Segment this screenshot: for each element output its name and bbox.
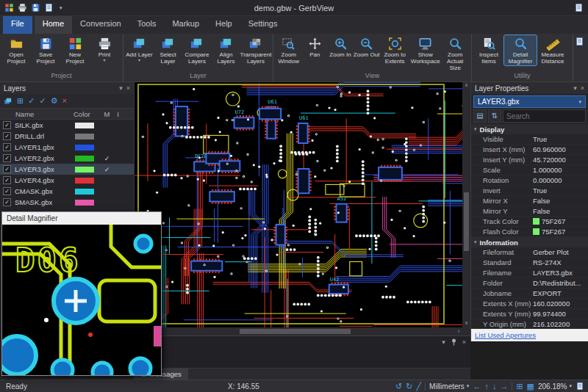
layer-color-swatch[interactable]: [75, 123, 94, 128]
property-row[interactable]: FilenameLAYER3.gbx: [471, 268, 588, 278]
close-icon[interactable]: ×: [581, 84, 584, 92]
add-layer-button[interactable]: Add Layer ▾: [125, 35, 154, 63]
select-layer-button[interactable]: Select Layer: [154, 35, 182, 65]
close-icon[interactable]: ×: [462, 338, 466, 346]
add-layer-icon[interactable]: ⊞: [17, 97, 24, 105]
close-icon[interactable]: ×: [126, 84, 130, 92]
layer-color-swatch[interactable]: [75, 167, 94, 173]
tab-markup[interactable]: Markup: [164, 16, 207, 34]
property-row[interactable]: Y Origin (mm)216.102200: [471, 319, 588, 330]
tab-file[interactable]: File: [3, 16, 32, 34]
tab-help[interactable]: Help: [207, 16, 240, 34]
property-row[interactable]: FolderD:\Redistribut...: [471, 278, 588, 288]
check-selected-icon[interactable]: ✓: [39, 97, 46, 105]
show-workspace-button[interactable]: Show Workspace: [410, 35, 441, 65]
print-button[interactable]: Print ▾: [90, 35, 119, 63]
grid-display-icon[interactable]: ▦: [527, 382, 534, 391]
layer-row-layer4[interactable]: ✓ LAYER4.gbx: [0, 175, 134, 186]
save-project-button[interactable]: Save Project: [31, 35, 60, 65]
property-row[interactable]: Rotation0.000000: [471, 175, 588, 186]
layer-visible-checkbox[interactable]: ✓: [3, 132, 11, 140]
sort-button[interactable]: ⇅: [488, 109, 501, 123]
layer-color-swatch[interactable]: [75, 145, 94, 150]
open-project-button[interactable]: Open Project: [1, 35, 31, 65]
delete-layer-icon[interactable]: ×: [62, 97, 67, 105]
horizontal-scrollbar[interactable]: ‹ ›: [135, 327, 462, 335]
chevron-down-icon[interactable]: ▾: [119, 84, 123, 92]
pin-icon[interactable]: [451, 338, 457, 346]
scroll-right-icon[interactable]: ›: [455, 327, 462, 335]
layer-visible-checkbox[interactable]: ✓: [3, 198, 11, 206]
layer-visible-checkbox[interactable]: ✓: [3, 143, 11, 151]
property-row[interactable]: JobnameEXPORT: [471, 288, 588, 299]
layer-row-layer1[interactable]: ✓ LAYER1.gbx: [0, 142, 134, 153]
export-quick-icon[interactable]: [44, 3, 54, 12]
zoom-to-extents-button[interactable]: Zoom to Extents: [379, 35, 410, 65]
measure-distance-button[interactable]: Measure Distance: [537, 35, 569, 65]
chevron-down-icon[interactable]: ▾: [442, 338, 445, 346]
arrow-up-icon[interactable]: ↑: [484, 382, 489, 391]
zoom-page-icon[interactable]: [576, 382, 584, 391]
layer-row-drill[interactable]: ✓ DRILL.drl: [0, 131, 134, 142]
layer-row-layer3[interactable]: ✓ LAYER3.gbx ✓: [0, 164, 134, 175]
search-input[interactable]: [503, 109, 586, 123]
rotate-cw-icon[interactable]: ↻: [406, 382, 412, 391]
property-row[interactable]: StandardRS-274X: [471, 258, 588, 268]
layer-visible-checkbox[interactable]: ✓: [3, 165, 11, 173]
property-row[interactable]: FileformatGerber Plot: [471, 247, 588, 258]
categorize-button[interactable]: ▤: [473, 109, 487, 123]
snap-grid-icon[interactable]: ⊞: [516, 382, 523, 391]
vertical-scroll-thumb[interactable]: [464, 192, 469, 251]
tab-settings[interactable]: Settings: [240, 16, 286, 34]
align-layers-button[interactable]: Align Layers: [212, 35, 240, 65]
pan-button[interactable]: Pan: [303, 35, 328, 59]
section-display[interactable]: ▾ Display: [471, 124, 588, 134]
layer-color-swatch[interactable]: [75, 200, 94, 206]
layer-color-swatch[interactable]: [75, 134, 94, 139]
rotate-ccw-icon[interactable]: ↺: [395, 382, 402, 391]
detail-magnifier-titlebar[interactable]: Detail Magnifier: [2, 212, 161, 225]
property-row[interactable]: Mirror YFalse: [471, 206, 588, 217]
layer-color-swatch[interactable]: [75, 189, 94, 195]
transparent-layers-button[interactable]: Transparent Layers: [240, 35, 271, 65]
zoom-level-select[interactable]: 206.18% ▾: [538, 382, 572, 391]
layer-row-silk[interactable]: ✓ SILK.gbx: [0, 120, 134, 131]
layer-visible-checkbox[interactable]: ✓: [3, 154, 11, 162]
compare-layers-button[interactable]: Compare Layers: [182, 35, 212, 65]
scroll-down-icon[interactable]: ∨: [462, 320, 470, 327]
property-row[interactable]: Extents Y (mm)99.974400: [471, 309, 588, 319]
new-project-button[interactable]: New Project: [60, 35, 90, 65]
app-logo-icon[interactable]: [4, 3, 14, 12]
help-doc-icon[interactable]: [574, 3, 584, 12]
property-row[interactable]: Insert X (mm)60.960000: [471, 145, 588, 155]
property-row-track-color[interactable]: Track Color 75F267: [471, 217, 588, 227]
property-row[interactable]: InvertTrue: [471, 186, 588, 196]
layer-visible-checkbox[interactable]: ✓: [3, 187, 11, 195]
detail-magnifier-window[interactable]: Detail Magnifier D06: [1, 211, 162, 376]
property-row[interactable]: Scale1.000000: [471, 165, 588, 175]
layer-visible-checkbox[interactable]: ✓: [3, 176, 11, 184]
section-information[interactable]: ▾ Information: [471, 237, 588, 247]
tab-conversion[interactable]: Conversion: [72, 16, 129, 34]
qat-dropdown-icon[interactable]: ▾: [60, 5, 62, 11]
layer-select-combobox[interactable]: LAYER3.gbx ▾: [473, 95, 586, 108]
property-row[interactable]: Insert Y (mm)45.720000: [471, 155, 588, 165]
ribbon-options-icon[interactable]: [575, 37, 584, 46]
property-row-flash-color[interactable]: Flash Color 75F267: [471, 227, 588, 237]
pcb-canvas[interactable]: [135, 82, 462, 327]
measure-line-icon[interactable]: ╱: [416, 382, 421, 391]
list-used-apertures-link[interactable]: List Used Apertures: [475, 331, 536, 339]
zoom-actual-size-button[interactable]: Zoom Actual Size: [440, 35, 470, 72]
scroll-up-icon[interactable]: ∧: [462, 82, 470, 90]
layer-color-swatch[interactable]: [75, 178, 94, 184]
pcb-viewport[interactable]: ∧ ∨ ‹ ›: [135, 82, 470, 335]
chevron-down-icon[interactable]: ▾: [573, 84, 577, 92]
check-all-icon[interactable]: ✓: [28, 97, 35, 105]
property-row[interactable]: Extents X (mm)160.020000: [471, 299, 588, 309]
tab-home[interactable]: Home: [35, 16, 72, 34]
units-select[interactable]: Millimeters ▾: [429, 382, 469, 391]
tab-tools[interactable]: Tools: [129, 16, 165, 34]
layer-row-layer2[interactable]: ✓ LAYER2.gbx ✓: [0, 153, 134, 164]
arrow-left-icon[interactable]: ←: [473, 382, 481, 391]
inspect-items-button[interactable]: Inspect Items: [473, 35, 504, 65]
